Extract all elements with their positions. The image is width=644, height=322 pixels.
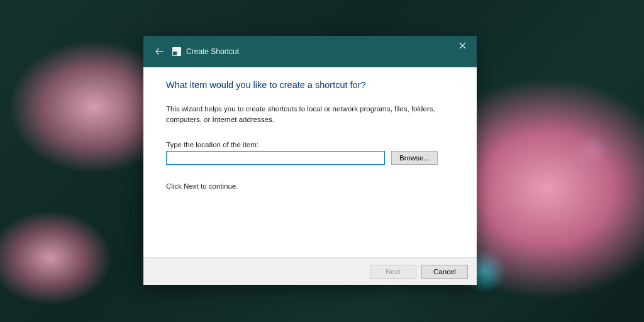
wizard-heading: What item would you like to create a sho… xyxy=(166,80,454,90)
location-label: Type the location of the item: xyxy=(166,141,454,148)
shortcut-icon xyxy=(172,47,181,56)
create-shortcut-dialog: Create Shortcut What item would you like… xyxy=(143,36,477,285)
dialog-footer: Next Cancel xyxy=(143,257,477,285)
cancel-button[interactable]: Cancel xyxy=(421,265,468,279)
dialog-title: Create Shortcut xyxy=(186,47,239,56)
browse-button[interactable]: Browse... xyxy=(391,151,438,165)
desktop-wallpaper: Create Shortcut What item would you like… xyxy=(0,0,644,322)
wizard-description: This wizard helps you to create shortcut… xyxy=(166,104,443,126)
location-input[interactable] xyxy=(166,151,385,165)
back-button[interactable] xyxy=(152,44,167,59)
location-row: Browse... xyxy=(166,151,454,165)
next-button: Next xyxy=(370,265,416,279)
titlebar: Create Shortcut xyxy=(143,36,477,67)
close-button[interactable] xyxy=(448,36,477,55)
dialog-body: What item would you like to create a sho… xyxy=(143,67,477,257)
continue-hint: Click Next to continue. xyxy=(166,182,454,190)
